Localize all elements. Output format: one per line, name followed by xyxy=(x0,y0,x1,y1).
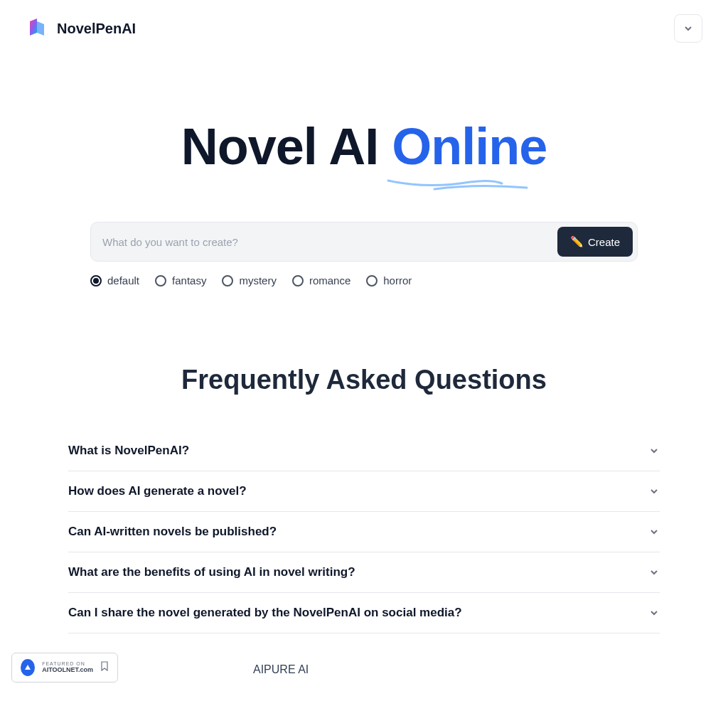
radio-circle-icon xyxy=(155,275,166,287)
faq-question: How does AI generate a novel? xyxy=(68,484,247,498)
faq-item[interactable]: How does AI generate a novel? xyxy=(68,471,660,512)
radio-label: horror xyxy=(383,274,412,287)
triangle-icon xyxy=(21,659,35,676)
faq-item[interactable]: Can I share the novel generated by the N… xyxy=(68,593,660,633)
brand-name: NovelPenAI xyxy=(57,21,136,37)
pencil-icon: ✏️ xyxy=(570,235,584,248)
radio-horror[interactable]: horror xyxy=(366,274,412,287)
site-label: AITOOLNET.com xyxy=(42,667,93,674)
logo-icon xyxy=(26,17,48,40)
faq-question: What is NovelPenAI? xyxy=(68,444,189,458)
create-button[interactable]: ✏️ Create xyxy=(557,227,633,257)
radio-circle-icon xyxy=(90,275,102,287)
radio-romance[interactable]: romance xyxy=(292,274,350,287)
faq-item[interactable]: What are the benefits of using AI in nov… xyxy=(68,552,660,593)
chevron-down-icon xyxy=(648,445,660,456)
title-part2: Online xyxy=(392,121,547,172)
create-button-label: Create xyxy=(588,236,620,248)
prompt-input-container: ✏️ Create xyxy=(90,222,638,262)
chevron-down-icon xyxy=(648,567,660,578)
prompt-input[interactable] xyxy=(102,236,557,248)
radio-label: mystery xyxy=(239,274,277,287)
chevron-down-icon xyxy=(683,23,693,33)
faq-question: Can AI-written novels be published? xyxy=(68,525,277,539)
logo[interactable]: NovelPenAI xyxy=(26,17,136,40)
radio-circle-icon xyxy=(366,275,378,287)
header-menu-button[interactable] xyxy=(674,14,702,43)
title-part1: Novel AI xyxy=(181,118,392,175)
radio-label: fantasy xyxy=(172,274,206,287)
aipure-badge[interactable]: AIPURE AI xyxy=(253,663,309,676)
radio-mystery[interactable]: mystery xyxy=(222,274,277,287)
radio-default[interactable]: default xyxy=(90,274,139,287)
faq-item[interactable]: Can AI-written novels be published? xyxy=(68,512,660,552)
underline-decoration xyxy=(385,173,534,195)
radio-circle-icon xyxy=(292,275,304,287)
faq-item[interactable]: What is NovelPenAI? xyxy=(68,431,660,471)
chevron-down-icon xyxy=(648,526,660,537)
page-title: Novel AI Online xyxy=(0,121,728,172)
radio-circle-icon xyxy=(222,275,233,287)
radio-label: default xyxy=(107,274,139,287)
faq-heading: Frequently Asked Questions xyxy=(68,365,660,395)
chevron-down-icon xyxy=(648,486,660,497)
radio-fantasy[interactable]: fantasy xyxy=(155,274,206,287)
bookmark-icon xyxy=(100,661,109,674)
aitoolnet-badge[interactable]: Featured on AITOOLNET.com xyxy=(11,653,118,682)
chevron-down-icon xyxy=(648,607,660,619)
faq-question: Can I share the novel generated by the N… xyxy=(68,606,462,620)
radio-label: romance xyxy=(309,274,350,287)
faq-question: What are the benefits of using AI in nov… xyxy=(68,565,355,579)
